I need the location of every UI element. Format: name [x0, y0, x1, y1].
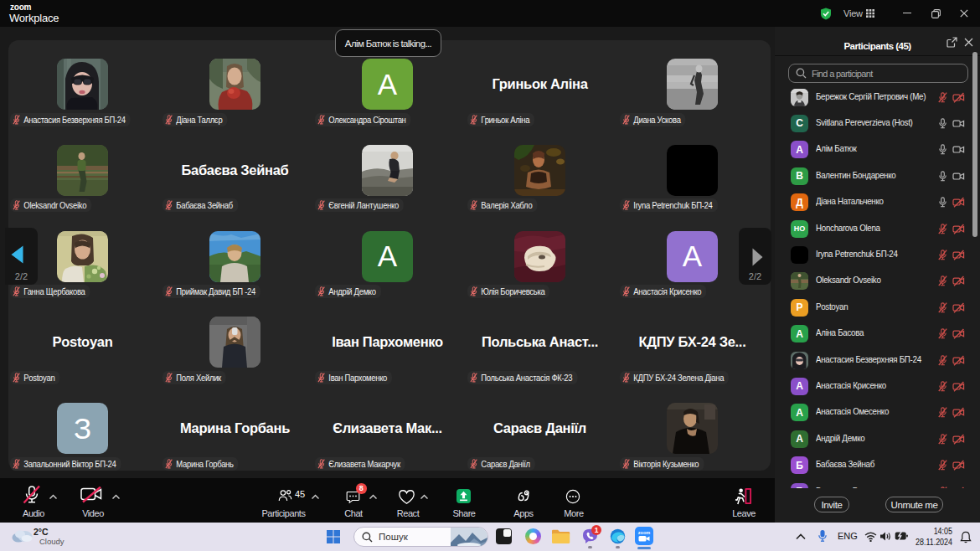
svg-text:zoom: zoom: [638, 530, 650, 535]
